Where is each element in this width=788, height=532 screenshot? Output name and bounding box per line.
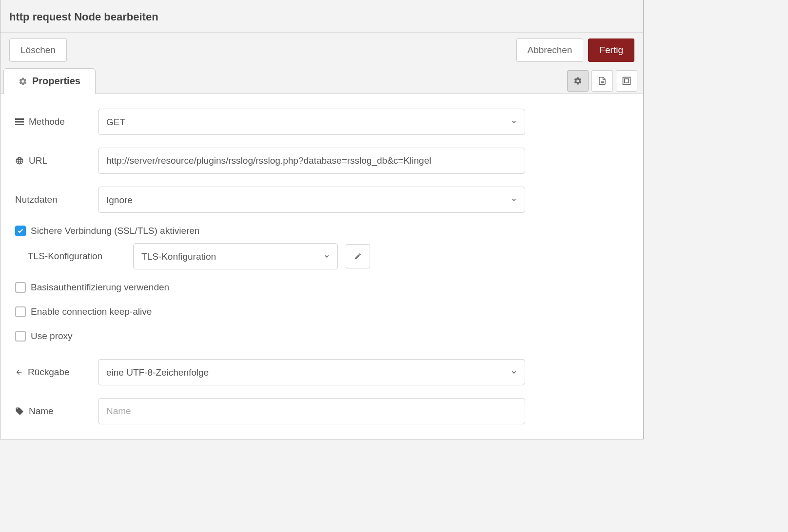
cancel-button[interactable]: Abbrechen [516, 38, 584, 62]
layout-icon [622, 76, 631, 86]
tab-properties-label: Properties [32, 76, 80, 87]
bars-icon [15, 118, 24, 126]
row-url: URL [15, 148, 629, 174]
row-ssl: Sichere Verbindung (SSL/TLS) aktivieren [15, 226, 629, 236]
select-payload-wrap: Ignore [98, 187, 525, 213]
label-payload-text: Nutzdaten [15, 194, 58, 205]
arrow-left-icon [15, 368, 23, 376]
label-ssl: Sichere Verbindung (SSL/TLS) aktivieren [31, 226, 199, 236]
checkbox-proxy[interactable] [15, 331, 26, 342]
row-return: Rückgabe eine UTF-8-Zeichenfolge [15, 359, 629, 385]
tab-properties[interactable]: Properties [3, 68, 96, 94]
svg-rect-2 [623, 77, 630, 84]
select-tls[interactable]: TLS-Konfiguration [133, 243, 338, 269]
svg-rect-6 [15, 124, 24, 125]
input-url[interactable] [98, 148, 525, 174]
document-icon [598, 76, 607, 86]
label-tls: TLS-Konfiguration [15, 251, 133, 262]
row-tls: TLS-Konfiguration TLS-Konfiguration [15, 243, 629, 269]
select-return-wrap: eine UTF-8-Zeichenfolge [98, 359, 525, 385]
row-keepalive: Enable connection keep-alive [15, 306, 629, 317]
delete-button[interactable]: Löschen [9, 38, 67, 62]
edit-tls-button[interactable] [346, 244, 370, 268]
row-payload: Nutzdaten Ignore [15, 187, 629, 213]
input-name[interactable] [98, 398, 525, 424]
svg-rect-3 [625, 78, 629, 82]
svg-rect-4 [15, 118, 24, 120]
row-name: Name [15, 398, 629, 424]
row-proxy: Use proxy [15, 331, 629, 342]
checkbox-keepalive[interactable] [15, 306, 26, 317]
label-return-text: Rückgabe [28, 367, 70, 378]
panel-toolbar: Löschen Abbrechen Fertig [0, 33, 643, 68]
gear-icon [19, 77, 27, 86]
edit-panel: http request Node bearbeiten Löschen Abb… [0, 0, 644, 439]
label-method: Methode [15, 116, 98, 127]
label-url-text: URL [29, 155, 47, 166]
label-method-text: Methode [29, 116, 65, 127]
svg-rect-5 [15, 121, 24, 123]
pencil-icon [354, 252, 362, 260]
label-basicauth: Basisauthentifizierung verwenden [31, 282, 169, 293]
globe-icon [15, 156, 24, 165]
label-url: URL [15, 155, 98, 166]
label-name-text: Name [29, 406, 54, 417]
row-method: Methode GET [15, 109, 629, 135]
tab-settings-icon-button[interactable] [567, 70, 589, 92]
checkbox-basicauth[interactable] [15, 282, 26, 293]
label-keepalive: Enable connection keep-alive [31, 306, 152, 317]
done-button[interactable]: Fertig [588, 38, 634, 62]
panel-header: http request Node bearbeiten [0, 0, 643, 33]
select-tls-wrap: TLS-Konfiguration [133, 243, 338, 269]
tab-appearance-icon-button[interactable] [616, 70, 637, 92]
tag-icon [15, 407, 24, 416]
label-tls-text: TLS-Konfiguration [28, 251, 102, 262]
checkbox-ssl[interactable] [15, 226, 26, 236]
gear-icon [573, 76, 582, 85]
select-payload[interactable]: Ignore [98, 187, 525, 213]
select-method-wrap: GET [98, 109, 525, 135]
panel-title: http request Node bearbeiten [9, 11, 634, 23]
label-name: Name [15, 406, 98, 417]
select-method[interactable]: GET [98, 109, 525, 135]
tab-description-icon-button[interactable] [591, 70, 613, 92]
label-payload: Nutzdaten [15, 194, 98, 205]
select-return[interactable]: eine UTF-8-Zeichenfolge [98, 359, 525, 385]
tabs-row: Properties [0, 68, 643, 94]
form-area: Methode GET URL Nutzdaten [0, 94, 643, 439]
label-return: Rückgabe [15, 367, 98, 378]
row-basicauth: Basisauthentifizierung verwenden [15, 282, 629, 293]
label-proxy: Use proxy [31, 331, 73, 342]
